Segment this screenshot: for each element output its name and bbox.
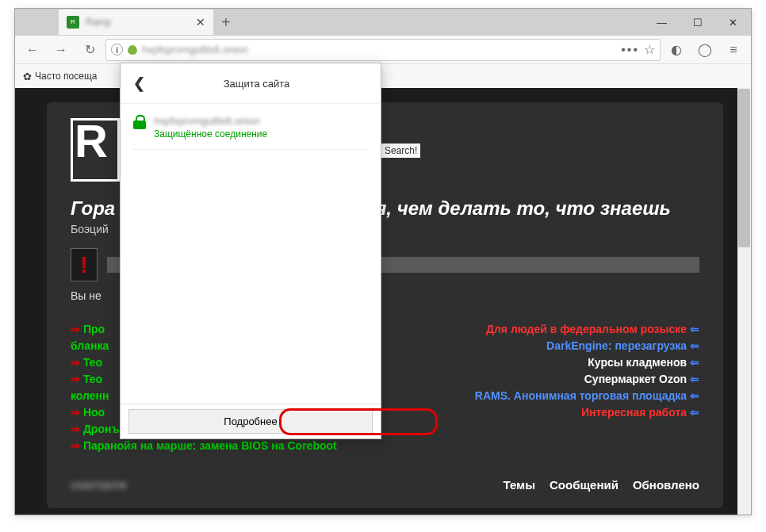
security-popup: ❮ Защита сайта hxpfxprvmgu6ls6.onion Защ… — [120, 63, 381, 439]
bottom-tab[interactable]: Сообщений — [550, 478, 619, 492]
popup-header: ❮ Защита сайта — [121, 63, 381, 104]
new-tab-button[interactable]: + — [221, 13, 231, 32]
link-item[interactable]: DarkEngine: перезагрузка ⇐ — [397, 338, 700, 354]
back-button[interactable]: ← — [20, 38, 45, 62]
popup-site-row: hxpfxprvmgu6ls6.onion Защищённое соедине… — [133, 115, 368, 140]
bottom-tab[interactable]: Обновлено — [633, 478, 699, 492]
url-text: hxpfxprvmgu6ls6.onion — [142, 44, 616, 55]
scrollbar-thumb[interactable] — [738, 89, 750, 247]
popup-footer: Подробнее — [121, 404, 381, 438]
warning-icon: ! — [71, 248, 98, 281]
popup-secure-status: Защищённое соединение — [154, 128, 368, 140]
reload-button[interactable]: ↻ — [77, 38, 102, 62]
gear-icon: ✿ — [23, 71, 32, 82]
link-item[interactable]: ⇒ Паранойя на марше: замена BIOS на Core… — [71, 438, 373, 454]
window-controls: — ☐ ✕ — [644, 10, 751, 35]
tagline-end: тся, чем делать то, что знаешь — [348, 197, 671, 219]
tab-title: Ramp — [86, 17, 196, 28]
frequent-sites-bookmark[interactable]: ✿ Часто посеща — [23, 71, 97, 82]
bookmark-label: Часто посеща — [35, 71, 97, 82]
popup-divider — [133, 149, 368, 150]
search-fragment[interactable]: Search! — [381, 144, 420, 158]
browser-tab[interactable]: R Ramp ✕ — [59, 10, 213, 35]
tab-close-icon[interactable]: ✕ — [196, 16, 205, 29]
tab-favicon-icon: R — [67, 16, 79, 29]
link-item[interactable]: Интересная работа ⇐ — [397, 404, 700, 421]
username-blurred: username — [71, 478, 127, 492]
titlebar: R Ramp ✕ + — ☐ ✕ — [15, 9, 751, 36]
link-item[interactable]: Курсы кладменов ⇐ — [397, 354, 700, 371]
bookmark-star-icon[interactable]: ☆ — [644, 42, 655, 57]
popup-title: Защита сайта — [145, 78, 368, 90]
forward-button[interactable]: → — [48, 38, 74, 62]
tagline-start: Гора — [71, 197, 115, 219]
link-item[interactable]: Для людей в федеральном розыске ⇐ — [397, 321, 700, 338]
popup-domain: hxpfxprvmgu6ls6.onion — [154, 115, 368, 127]
menu-button[interactable]: ≡ — [721, 38, 746, 62]
link-item[interactable]: RAMS. Анонимная торговая площадка ⇐ — [397, 388, 700, 404]
logo-letter: R — [75, 121, 108, 162]
onion-icon — [128, 45, 137, 55]
page-actions-icon[interactable]: ••• — [621, 43, 639, 57]
browser-window: R Ramp ✕ + — ☐ ✕ ← → ↻ i hxpfxprvmgu6ls6… — [14, 8, 752, 515]
maximize-button[interactable]: ☐ — [680, 10, 715, 35]
popup-body: hxpfxprvmgu6ls6.onion Защищённое соедине… — [121, 104, 381, 404]
details-button[interactable]: Подробнее — [128, 409, 373, 434]
navbar: ← → ↻ i hxpfxprvmgu6ls6.onion ••• ☆ ◐ ◯ … — [15, 36, 751, 64]
site-info-icon[interactable]: i — [111, 44, 123, 55]
popup-back-icon[interactable]: ❮ — [133, 75, 145, 92]
tor-circuit-icon[interactable]: ◐ — [664, 38, 689, 62]
shield-icon[interactable]: ◯ — [692, 38, 718, 62]
bottom-section: username ТемыСообщенийОбновлено — [71, 478, 699, 492]
url-bar[interactable]: i hxpfxprvmgu6ls6.onion ••• ☆ — [105, 39, 661, 61]
lock-icon — [133, 115, 146, 129]
minimize-button[interactable]: — — [644, 10, 680, 35]
link-item[interactable]: Супермаркет Ozon ⇐ — [397, 371, 700, 388]
popup-site-info: hxpfxprvmgu6ls6.onion Защищённое соедине… — [154, 115, 368, 140]
right-link-column: Для людей в федеральном розыске ⇐DarkEng… — [397, 321, 700, 454]
scrollbar[interactable] — [737, 88, 751, 515]
close-window-button[interactable]: ✕ — [715, 10, 751, 35]
site-logo[interactable]: R — [71, 118, 120, 182]
bottom-tabs: ТемыСообщенийОбновлено — [504, 478, 699, 492]
bottom-tab[interactable]: Темы — [504, 478, 535, 492]
